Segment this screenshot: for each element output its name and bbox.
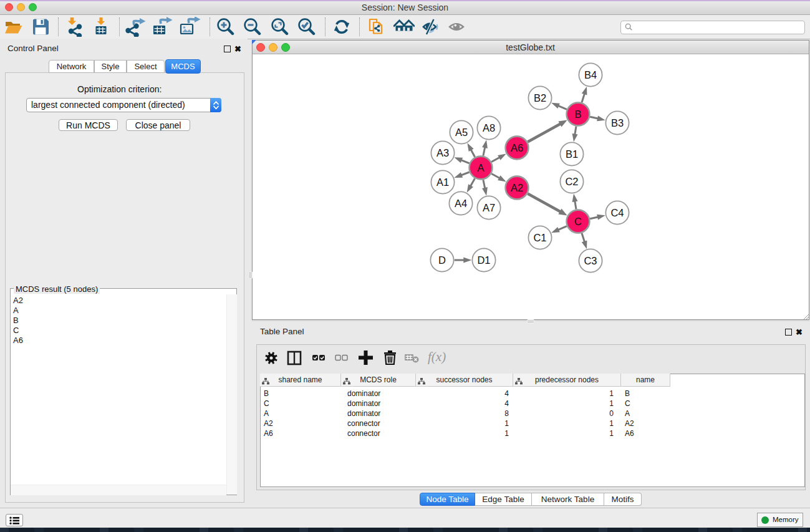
svg-text:A1: A1	[436, 177, 449, 188]
svg-text:C1: C1	[533, 232, 546, 243]
svg-text:B: B	[574, 109, 581, 120]
svg-text:A2: A2	[511, 182, 523, 193]
svg-text:A3: A3	[436, 147, 449, 158]
svg-text:B4: B4	[584, 69, 597, 80]
svg-text:D: D	[438, 254, 446, 266]
svg-text:D1: D1	[477, 254, 490, 266]
svg-text:B3: B3	[611, 117, 624, 128]
svg-text:C3: C3	[584, 255, 597, 266]
svg-text:C2: C2	[565, 176, 578, 187]
svg-text:B1: B1	[566, 148, 578, 160]
svg-text:C4: C4	[610, 207, 624, 218]
svg-text:A7: A7	[483, 202, 495, 213]
svg-text:A4: A4	[455, 198, 467, 209]
svg-text:A6: A6	[511, 142, 523, 153]
svg-text:C: C	[574, 216, 582, 227]
svg-text:A5: A5	[455, 127, 468, 138]
svg-text:A: A	[477, 162, 484, 173]
svg-text:B2: B2	[534, 92, 546, 104]
svg-text:A8: A8	[483, 122, 495, 133]
